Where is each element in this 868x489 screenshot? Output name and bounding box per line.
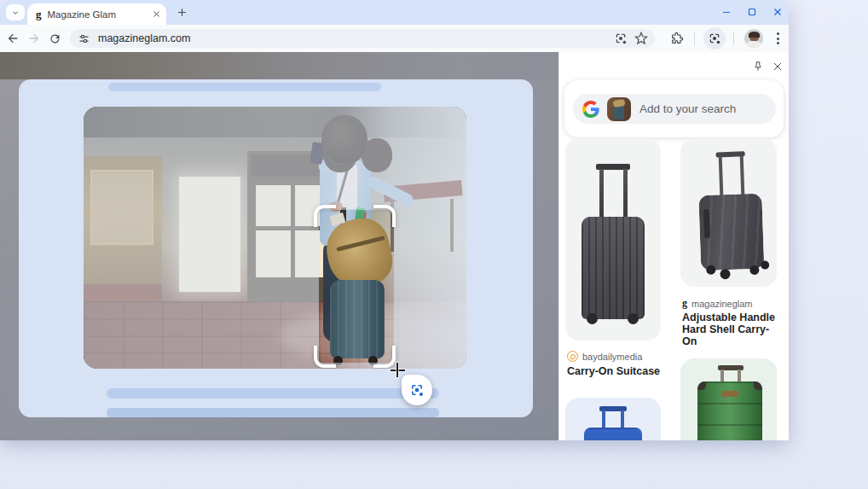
selection-corner-handle[interactable] [314, 346, 336, 368]
source-name: baydailymedia [582, 352, 642, 362]
toolbar-separator [733, 32, 734, 45]
selection-corner-handle[interactable] [373, 205, 396, 227]
close-panel-button[interactable] [770, 59, 785, 74]
lens-icon[interactable] [614, 32, 628, 45]
url-text: magazineglam.com [98, 32, 190, 44]
plus-icon [176, 7, 188, 18]
lens-search-input[interactable]: Add to your search [573, 94, 776, 124]
window-maximize-button[interactable] [744, 5, 760, 19]
back-arrow-icon [6, 32, 20, 45]
photo-door-mullion [291, 185, 295, 277]
crosshair-cursor [396, 363, 398, 377]
product-card-blue[interactable] [565, 398, 661, 440]
new-tab-button[interactable] [175, 5, 189, 20]
photo-woman-hair [321, 115, 367, 165]
tab-title: Magazine Glam [48, 9, 153, 20]
tab-magazine-glam[interactable]: g Magazine Glam [27, 3, 166, 25]
selected-region-thumbnail [607, 97, 631, 121]
browser-window: g Magazine Glam magazineglam.com [0, 0, 789, 440]
skeleton-text-bar [107, 408, 439, 417]
avatar-shirt [746, 41, 761, 48]
close-icon [773, 7, 783, 17]
result-title[interactable]: Adjustable Handle Hard Shell Carry-On [682, 311, 778, 347]
magazineglam-favicon-icon: g [682, 297, 687, 310]
skeleton-text-bar [108, 83, 381, 91]
product-image-suitcase [565, 398, 661, 440]
extensions-puzzle-icon [670, 32, 684, 45]
lens-search-card: Add to your search [564, 80, 784, 137]
bookmark-star-icon[interactable] [634, 32, 648, 45]
maximize-icon [747, 7, 757, 17]
forward-button[interactable] [26, 31, 42, 46]
forward-arrow-icon [27, 32, 41, 45]
search-placeholder: Add to your search [639, 102, 736, 115]
back-button[interactable] [5, 31, 20, 46]
toolbar-separator [694, 32, 695, 45]
site-info-tune-icon[interactable] [78, 32, 90, 45]
product-card-grey-front[interactable] [565, 138, 661, 341]
tab-strip: g Magazine Glam [0, 0, 789, 25]
photo-post [450, 199, 454, 252]
tab-favicon-icon: g [36, 9, 42, 20]
address-bar[interactable]: magazineglam.com [70, 29, 655, 48]
article-card [19, 79, 533, 417]
browser-menu-button[interactable] [772, 31, 784, 46]
close-icon [773, 61, 783, 72]
product-card-grey-angled[interactable] [680, 138, 777, 287]
article-hero-photo[interactable] [84, 107, 466, 369]
result-title[interactable]: Carry-On Suitcase [567, 365, 663, 377]
window-close-button[interactable] [770, 5, 785, 19]
tab-close-icon[interactable] [153, 10, 160, 18]
google-logo-icon [582, 101, 599, 118]
selection-corner-handle[interactable] [314, 205, 336, 227]
reload-button[interactable] [47, 31, 62, 46]
photo-window [179, 177, 240, 292]
photo-display-glass [90, 170, 153, 245]
product-image-suitcase [565, 138, 661, 341]
window-minimize-button[interactable] [719, 5, 734, 19]
extensions-button[interactable] [669, 31, 685, 46]
result-source[interactable]: baydailymedia [567, 351, 642, 362]
lens-icon [708, 32, 721, 45]
result-source[interactable]: g magazineglam [682, 297, 753, 310]
lens-toolbar-button[interactable] [703, 27, 726, 49]
product-image-suitcase [680, 358, 777, 440]
skeleton-text-bar [107, 388, 439, 399]
pin-icon [752, 61, 764, 73]
browser-toolbar: magazineglam.com [0, 25, 789, 52]
product-card-green[interactable] [680, 358, 777, 440]
lens-icon [409, 382, 425, 398]
dimmed-page-header [0, 52, 558, 79]
lens-selection-region[interactable] [319, 210, 394, 363]
thumbnail-bag [613, 99, 626, 108]
webpage-viewport [0, 52, 558, 440]
pin-panel-button[interactable] [750, 59, 766, 74]
chevron-down-icon [11, 9, 20, 17]
lens-region-search-button[interactable] [402, 375, 432, 405]
selection-corner-handle[interactable] [373, 346, 396, 368]
avatar-hair [749, 32, 760, 38]
lens-side-panel: Add to your search baydailymedia Carry-O… [558, 52, 789, 440]
baydailymedia-favicon-icon [567, 351, 578, 362]
minimize-icon [721, 7, 732, 17]
reload-icon [49, 32, 61, 45]
profile-avatar[interactable] [744, 29, 763, 48]
product-image-suitcase [680, 138, 777, 287]
tab-search-button[interactable] [6, 4, 25, 20]
source-name: magazineglam [692, 299, 753, 309]
